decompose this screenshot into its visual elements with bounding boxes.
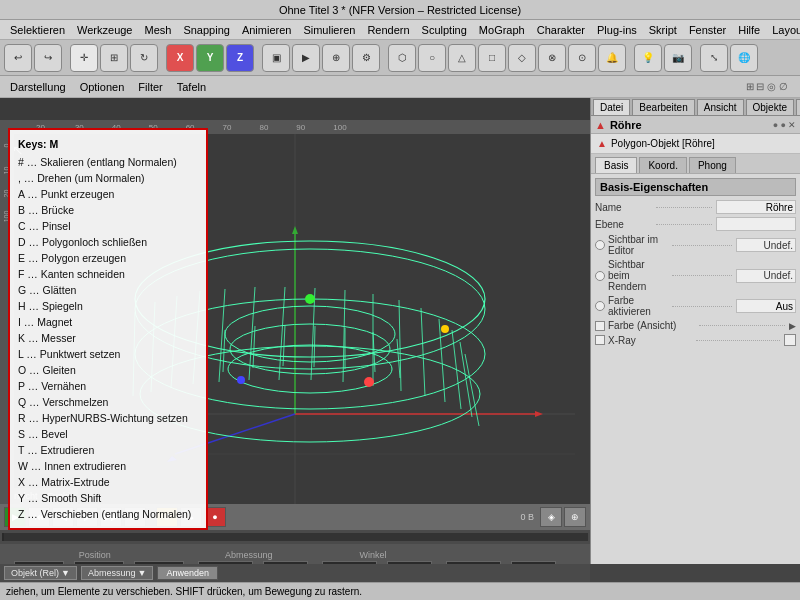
menu-plugins[interactable]: Plug-ins: [591, 20, 643, 40]
abmessung-dropdown[interactable]: Abmessung ▼: [81, 566, 153, 580]
menu-hilfe[interactable]: Hilfe: [732, 20, 766, 40]
move-tool[interactable]: ✛: [70, 44, 98, 72]
svg-line-32: [283, 325, 285, 366]
rotate-tool[interactable]: ↻: [130, 44, 158, 72]
prop-render-dots: [672, 275, 732, 276]
menu-animieren[interactable]: Animieren: [236, 20, 298, 40]
right-panel-content: Basis-Eigenschaften Name Röhre Ebene Sic…: [591, 174, 800, 564]
menu-darstellung[interactable]: Darstellung: [4, 81, 72, 93]
prop-xray-value[interactable]: [784, 334, 796, 346]
svg-line-20: [279, 287, 285, 380]
menu-mesh[interactable]: Mesh: [138, 20, 177, 40]
object-tool4[interactable]: □: [478, 44, 506, 72]
render-region[interactable]: ▣: [262, 44, 290, 72]
prop-farbe-aktiv-value[interactable]: Aus: [736, 299, 796, 313]
prop-ebene-dots: [656, 224, 713, 225]
key-row-1: , … Drehen (um Normalen): [18, 170, 198, 186]
subtab-basis[interactable]: Basis: [595, 157, 637, 173]
timeline[interactable]: [0, 530, 590, 544]
menu-rendern[interactable]: Rendern: [361, 20, 415, 40]
prop-xray-dots: [696, 340, 780, 341]
prop-render-value[interactable]: Undef.: [736, 269, 796, 283]
prop-render-label: Sichtbar beim Rendern: [608, 259, 668, 292]
object-tool1[interactable]: ⬡: [388, 44, 416, 72]
scale-tool[interactable]: ⊞: [100, 44, 128, 72]
prop-farbe-aktiv-label: Farbe aktivieren: [608, 295, 668, 317]
object-tool6[interactable]: ⊗: [538, 44, 566, 72]
key-row-0: # … Skalieren (entlang Normalen): [18, 154, 198, 170]
menu-mograph[interactable]: MoGraph: [473, 20, 531, 40]
prop-ebene-value[interactable]: [716, 217, 796, 231]
menu-filter[interactable]: Filter: [132, 81, 168, 93]
frame-bar[interactable]: [2, 533, 588, 541]
object-tool8[interactable]: 🔔: [598, 44, 626, 72]
menu-simulieren[interactable]: Simulieren: [297, 20, 361, 40]
object-tool7[interactable]: ⊙: [568, 44, 596, 72]
render-settings[interactable]: ⚙: [352, 44, 380, 72]
x-axis[interactable]: X: [166, 44, 194, 72]
statusbar: ziehen, um Elemente zu verschieben. SHIF…: [0, 582, 800, 600]
tab-objekte[interactable]: Objekte: [746, 99, 794, 115]
close-icon[interactable]: ✕: [788, 120, 796, 130]
prop-ebene-row: Ebene: [595, 217, 796, 231]
prop-name-row: Name Röhre: [595, 200, 796, 214]
viewport-nav2[interactable]: ⊕: [564, 507, 586, 527]
prop-farbe-dots: [699, 325, 786, 326]
object-tool2[interactable]: ○: [418, 44, 446, 72]
menu-charakter[interactable]: Charakter: [531, 20, 591, 40]
prop-farbe-aktiv-radio[interactable]: [595, 301, 605, 311]
key-row-21: Y … Smooth Shift: [18, 490, 198, 506]
menu-werkzeuge[interactable]: Werkzeuge: [71, 20, 138, 40]
prop-farbe-arrow: ▶: [789, 321, 796, 331]
light-tool[interactable]: 💡: [634, 44, 662, 72]
svg-point-41: [441, 325, 449, 333]
key-overlay: Keys: M # … Skalieren (entlang Normalen)…: [8, 128, 208, 530]
svg-marker-5: [292, 226, 298, 234]
y-axis[interactable]: Y: [196, 44, 224, 72]
apply-button[interactable]: Anwenden: [157, 566, 218, 580]
undo-button[interactable]: ↩: [4, 44, 32, 72]
title-text: Ohne Titel 3 * (NFR Version – Restricted…: [279, 4, 521, 16]
prop-editor-radio[interactable]: [595, 240, 605, 250]
menu-skript[interactable]: Skript: [643, 20, 683, 40]
redo-button[interactable]: ↪: [34, 44, 62, 72]
dropdown-arrow-1: ▼: [61, 568, 70, 578]
viewport[interactable]: 20 30 40 50 60 70 80 90 100 0 10 20 100: [0, 98, 590, 564]
scene-tool[interactable]: 🌐: [730, 44, 758, 72]
prop-name-value[interactable]: Röhre: [716, 200, 796, 214]
prop-farbe-label: Farbe (Ansicht): [608, 320, 695, 331]
subtab-koord[interactable]: Koord.: [639, 157, 686, 173]
key-row-17: S … Bevel: [18, 426, 198, 442]
menu-snapping[interactable]: Snapping: [177, 20, 236, 40]
menu-optionen[interactable]: Optionen: [74, 81, 131, 93]
camera-tool[interactable]: 📷: [664, 44, 692, 72]
menu-fenster[interactable]: Fenster: [683, 20, 732, 40]
menu-sculpting[interactable]: Sculpting: [416, 20, 473, 40]
render-active[interactable]: ▶: [292, 44, 320, 72]
svg-line-31: [253, 326, 255, 368]
obj-rel-dropdown[interactable]: Objekt (Rel) ▼: [4, 566, 77, 580]
prop-farbe-checkbox[interactable]: [595, 321, 605, 331]
key-row-13: O … Gleiten: [18, 362, 198, 378]
tab-bearbeiten[interactable]: Bearbeiten: [632, 99, 694, 115]
viewport-nav1[interactable]: ◈: [540, 507, 562, 527]
menu-selektieren[interactable]: Selektieren: [4, 20, 71, 40]
prop-xray-checkbox[interactable]: [595, 335, 605, 345]
deform-tool[interactable]: ⤡: [700, 44, 728, 72]
toolbar1: ↩ ↪ ✛ ⊞ ↻ X Y Z ▣ ▶ ⊕ ⚙ ⬡ ○ △ □ ◇ ⊗ ⊙ 🔔 …: [0, 40, 800, 76]
menu-layout: Layout:: [766, 20, 800, 40]
tab-datei[interactable]: Datei: [593, 99, 630, 115]
tab-ansicht-rp[interactable]: Ansicht: [697, 99, 744, 115]
key-overlay-title: Keys: M: [18, 136, 198, 152]
prop-render-radio[interactable]: [595, 271, 605, 281]
object-tool5[interactable]: ◇: [508, 44, 536, 72]
object-tool3[interactable]: △: [448, 44, 476, 72]
render-all[interactable]: ⊕: [322, 44, 350, 72]
prop-name-dots: [656, 207, 713, 208]
menu-tafeln[interactable]: Tafeln: [171, 81, 212, 93]
key-row-22: Z … Verschieben (entlang Normalen): [18, 506, 198, 522]
subtab-phong[interactable]: Phong: [689, 157, 736, 173]
z-axis[interactable]: Z: [226, 44, 254, 72]
tab-tags[interactable]: Tags: [796, 99, 800, 115]
prop-editor-value[interactable]: Undef.: [736, 238, 796, 252]
